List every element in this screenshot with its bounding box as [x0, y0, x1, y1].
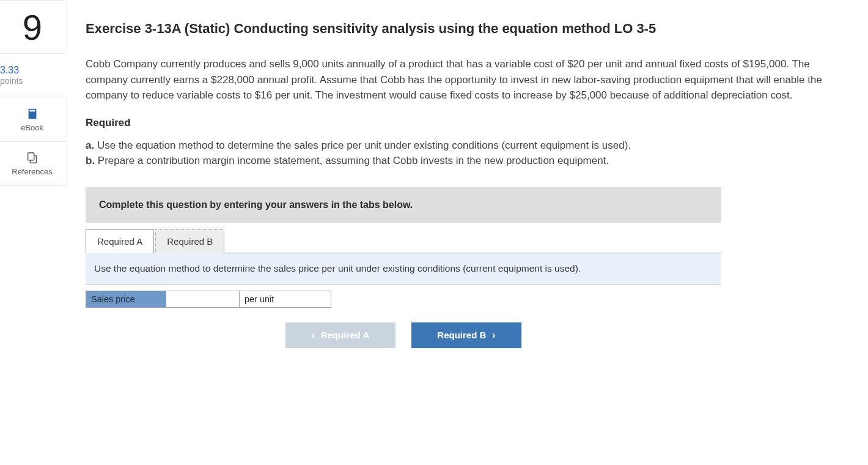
tabs-row: Required A Required B: [86, 229, 721, 253]
chevron-right-icon: ›: [492, 330, 495, 341]
chevron-left-icon: ‹: [312, 330, 315, 341]
instruction-bar: Complete this question by entering your …: [86, 187, 721, 223]
ebook-label: eBook: [21, 123, 43, 132]
prev-button-label: Required A: [321, 330, 369, 340]
exercise-title: Exercise 3-13A (Static) Conducting sensi…: [86, 21, 850, 37]
required-list: a. Use the equation method to determine …: [86, 138, 850, 169]
required-item-text: Prepare a contribution margin income sta…: [98, 155, 609, 166]
points-value: 3.33: [0, 65, 64, 76]
nav-row: ‹ Required A Required B ›: [86, 322, 721, 348]
next-button[interactable]: Required B ›: [411, 322, 521, 348]
points-block: 3.33 points: [0, 65, 67, 97]
required-item-text: Use the equation method to determine the…: [97, 140, 631, 151]
book-icon: [26, 107, 39, 121]
svg-rect-3: [28, 153, 34, 160]
question-number-card: 9: [0, 0, 67, 54]
prev-button: ‹ Required A: [285, 322, 395, 348]
required-item-label: a.: [86, 140, 94, 151]
copy-icon: [26, 151, 39, 165]
sales-price-unit: per unit: [240, 291, 331, 308]
sales-price-input-cell: [166, 291, 240, 308]
required-item-b: b. Prepare a contribution margin income …: [86, 153, 850, 169]
points-label: points: [0, 76, 64, 86]
answer-area: Complete this question by entering your …: [86, 187, 721, 348]
resource-panel: eBook References: [0, 97, 67, 186]
next-button-label: Required B: [437, 330, 486, 340]
references-label: References: [12, 167, 52, 176]
required-item-a: a. Use the equation method to determine …: [86, 138, 850, 154]
svg-rect-1: [29, 110, 35, 111]
references-link[interactable]: References: [0, 141, 67, 185]
required-item-label: b.: [86, 155, 95, 166]
main-content: Exercise 3-13A (Static) Conducting sensi…: [67, 0, 868, 360]
tab-required-b[interactable]: Required B: [155, 229, 224, 253]
answer-input-row: Sales price per unit: [86, 291, 721, 308]
tab-required-a[interactable]: Required A: [86, 229, 154, 253]
required-heading: Required: [86, 117, 850, 129]
sales-price-label: Sales price: [86, 291, 166, 308]
exercise-prompt: Cobb Company currently produces and sell…: [86, 56, 850, 103]
tab-panel-required-a: Use the equation method to determine the…: [86, 253, 721, 285]
ebook-link[interactable]: eBook: [0, 97, 67, 141]
sales-price-input[interactable]: [171, 294, 234, 305]
question-number: 9: [23, 7, 42, 48]
sidebar: 9 3.33 points eBook: [0, 0, 67, 186]
